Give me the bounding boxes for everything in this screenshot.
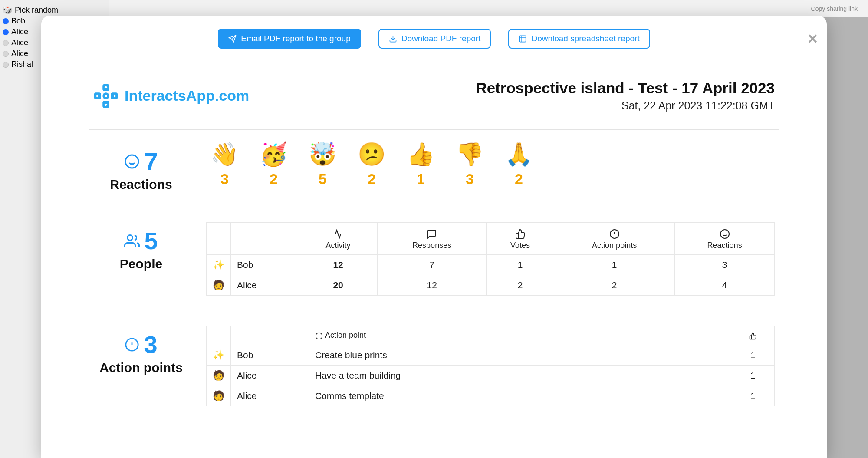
people-total: 5: [144, 227, 158, 255]
person-name: Bob: [231, 345, 309, 365]
people-col-name: [231, 223, 299, 255]
reaction-count: 3: [210, 171, 239, 188]
people-col-reactions: Reactions: [675, 223, 775, 255]
reaction-item: 🤯 5: [309, 143, 337, 188]
ap-col-avatar: [207, 326, 231, 345]
reactions-section: 7 Reactions 👋 3 🥳 2 🤯 5 😕: [93, 143, 775, 192]
toolbar-background: Copy sharing link: [108, 0, 868, 17]
mindblown-emoji-icon: 🤯: [309, 143, 337, 165]
avatar-icon: 🧑: [207, 386, 231, 406]
avatar-icon: 🧑: [207, 275, 231, 296]
votes-value: 2: [487, 275, 554, 296]
reaction-item: 🥳 2: [260, 143, 288, 188]
reactions-total: 7: [144, 147, 158, 175]
participant-name: Bob: [11, 16, 25, 26]
report-title: Retrospective island - Test - 17 April 2…: [476, 79, 775, 97]
download-icon: [389, 34, 397, 43]
participant-name: Alice: [11, 49, 28, 58]
brand-block: InteractsApp.com: [93, 83, 249, 109]
reaction-item: 😕 2: [358, 143, 386, 188]
action-points-table: Action point ✨ Bob Create blue prints: [206, 326, 775, 406]
reactions-metric: 7 Reactions: [93, 143, 189, 192]
people-table: Activity Responses Votes: [206, 222, 775, 296]
table-row: 🧑 Alice 20 12 2 2 4: [207, 275, 775, 296]
people-label: People: [93, 257, 189, 271]
reaction-count: 2: [358, 171, 386, 188]
alert-circle-icon: [125, 337, 139, 352]
activity-value: 12: [299, 255, 378, 275]
action-point-votes: 1: [731, 365, 775, 386]
send-icon: [228, 34, 237, 43]
action-point-votes: 1: [731, 345, 775, 365]
message-icon: [384, 227, 480, 239]
table-row: ✨ Bob Create blue prints 1: [207, 345, 775, 365]
people-section: 5 People Activity: [93, 222, 775, 296]
copy-sharing-link-label[interactable]: Copy sharing link: [811, 5, 858, 12]
report-modal: Email PDF report to the group Download P…: [41, 16, 827, 458]
status-dot-icon: [3, 51, 9, 57]
action-point-votes: 1: [731, 386, 775, 406]
thumbsup-icon: [749, 331, 757, 339]
table-icon: [519, 34, 527, 43]
participant-name: Alice: [11, 27, 28, 36]
ap-col-name: [231, 326, 309, 345]
ap-col-votes: [731, 326, 775, 345]
status-dot-icon: [3, 40, 9, 46]
svg-point-11: [125, 155, 138, 168]
table-row: 🧑 Alice Comms template 1: [207, 386, 775, 406]
avatar-icon: ✨: [207, 345, 231, 365]
activity-value: 20: [299, 275, 378, 296]
reaction-count: 1: [407, 171, 435, 188]
alert-circle-icon: [560, 227, 668, 239]
action-points-value: 1: [554, 255, 675, 275]
reactions-label: Reactions: [93, 177, 189, 192]
reaction-item: 👎 3: [456, 143, 484, 188]
status-dot-icon: [3, 18, 9, 24]
download-pdf-button[interactable]: Download PDF report: [378, 29, 491, 49]
action-points-total: 3: [144, 330, 157, 359]
action-points-section: 3 Action points Action point: [93, 326, 775, 406]
close-modal-button[interactable]: ✕: [807, 31, 818, 46]
reactions-value: 4: [675, 275, 775, 296]
responses-value: 12: [378, 275, 487, 296]
avatar-icon: 🧑: [207, 365, 231, 386]
person-name: Bob: [231, 255, 299, 275]
person-name: Alice: [231, 386, 309, 406]
participant-name: Rishal: [11, 60, 33, 69]
pick-random-button[interactable]: 🎲 Pick random: [2, 4, 107, 16]
reaction-item: 🙏 2: [505, 143, 533, 188]
people-col-responses: Responses: [378, 223, 487, 255]
report-datetime: Sat, 22 Apr 2023 11:22:08 GMT: [476, 99, 775, 112]
reaction-count: 2: [505, 171, 533, 188]
reactions-value: 3: [675, 255, 775, 275]
svg-point-10: [105, 95, 107, 97]
users-icon: [124, 233, 140, 249]
action-point-text: Create blue prints: [309, 345, 731, 365]
people-col-action-points: Action points: [554, 223, 675, 255]
report-content: 7 Reactions 👋 3 🥳 2 🤯 5 😕: [63, 130, 805, 406]
close-icon: ✕: [807, 32, 818, 46]
download-spreadsheet-button[interactable]: Download spreadsheet report: [508, 29, 650, 49]
people-col-avatar: [207, 223, 231, 255]
modal-actions-row: Email PDF report to the group Download P…: [63, 29, 805, 49]
email-report-label: Email PDF report to the group: [241, 34, 350, 43]
reaction-count: 2: [260, 171, 288, 188]
responses-value: 7: [378, 255, 487, 275]
smile-icon: [124, 154, 140, 169]
activity-icon: [305, 227, 371, 239]
reaction-count: 3: [456, 171, 484, 188]
reaction-count: 5: [309, 171, 337, 188]
modal-header: InteractsApp.com Retrospective island - …: [63, 62, 805, 129]
download-pdf-label: Download PDF report: [401, 34, 481, 43]
action-points-value: 2: [554, 275, 675, 296]
action-point-text: Have a team building: [309, 365, 731, 386]
download-spreadsheet-label: Download spreadsheet report: [531, 34, 639, 43]
action-points-metric: 3 Action points: [93, 326, 189, 375]
participant-name: Alice: [11, 38, 28, 47]
table-row: ✨ Bob 12 7 1 1 3: [207, 255, 775, 275]
people-col-activity: Activity: [299, 223, 378, 255]
smile-icon: [681, 227, 768, 239]
action-points-label: Action points: [93, 360, 189, 375]
email-report-button[interactable]: Email PDF report to the group: [218, 29, 361, 49]
brand-logo-icon: [93, 83, 118, 109]
